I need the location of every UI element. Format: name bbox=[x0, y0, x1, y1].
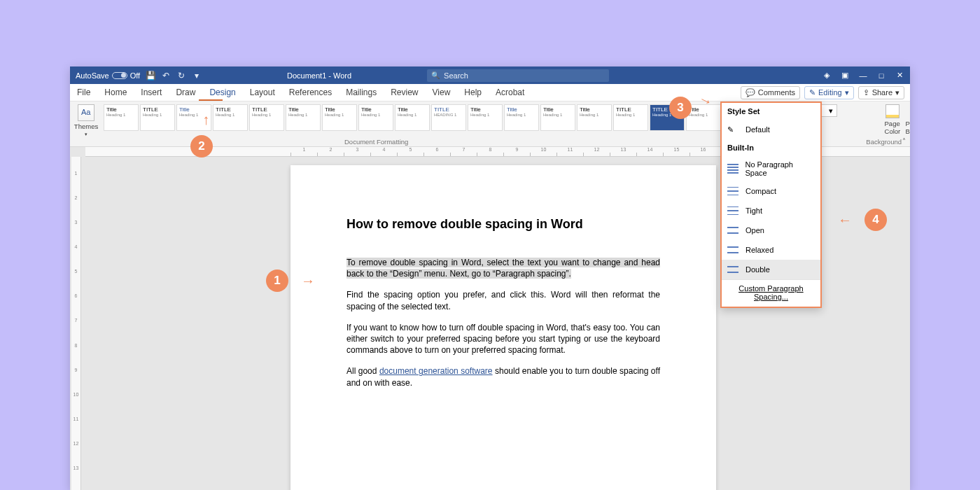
group-label: Document Formatting bbox=[344, 138, 408, 146]
style-thumb[interactable]: TitleHeading 1 bbox=[322, 104, 357, 131]
close-icon[interactable]: ✕ bbox=[895, 71, 904, 80]
spacing-option-open[interactable]: Open bbox=[722, 220, 820, 240]
arrow-right-icon: → bbox=[301, 273, 315, 289]
chevron-down-icon: ▾ bbox=[845, 88, 849, 97]
style-thumb[interactable]: TITLEHeading 1 bbox=[613, 104, 648, 131]
paragraph-spacing-menu: Style Set ✎Default Built-In No Paragraph… bbox=[720, 102, 822, 308]
callout-4: 4 bbox=[864, 209, 887, 231]
autosave-toggle[interactable]: AutoSave Off bbox=[76, 71, 140, 80]
style-thumb[interactable]: TitleHeading 1 bbox=[577, 104, 612, 131]
spacing-icon bbox=[727, 186, 738, 197]
style-thumb[interactable]: TitleHeading 1 bbox=[286, 104, 321, 131]
option-label: Default bbox=[746, 125, 770, 134]
page-color-label: Page Color bbox=[885, 120, 902, 135]
spacing-option-double[interactable]: Double bbox=[722, 260, 820, 279]
tab-acrobat[interactable]: Acrobat bbox=[489, 84, 531, 102]
custom-paragraph-spacing[interactable]: Custom Paragraph Spacing... bbox=[722, 279, 820, 305]
comments-button[interactable]: 💬Comments bbox=[741, 86, 800, 99]
tab-view[interactable]: View bbox=[426, 84, 458, 102]
themes-icon bbox=[78, 104, 94, 121]
style-thumb[interactable]: TitleHeading 1 bbox=[540, 104, 575, 131]
tab-help[interactable]: Help bbox=[457, 84, 489, 102]
page-color-icon bbox=[886, 104, 899, 118]
ribbon-tabs: File Home Insert Draw Design Layout Refe… bbox=[70, 84, 910, 102]
arrow-up-icon: → bbox=[197, 114, 214, 128]
style-thumb[interactable]: TITLEHeading 1 bbox=[249, 104, 284, 131]
body-paragraph: Find the spacing option you prefer, and … bbox=[346, 289, 660, 312]
spacing-icon bbox=[727, 264, 738, 275]
document-heading: How to remove double spacing in Word bbox=[346, 217, 660, 232]
document-page[interactable]: How to remove double spacing in Word To … bbox=[290, 165, 716, 490]
tab-references[interactable]: References bbox=[282, 84, 339, 102]
vertical-ruler[interactable]: 12345678910111213 bbox=[71, 157, 81, 490]
share-label: Share bbox=[872, 88, 892, 97]
menu-section-builtin: Built-In bbox=[722, 139, 820, 156]
tab-insert[interactable]: Insert bbox=[134, 84, 169, 102]
menu-section-styleset: Style Set bbox=[722, 103, 820, 120]
chevron-down-icon: ▾ bbox=[85, 132, 88, 137]
spacing-icon bbox=[727, 163, 738, 174]
spacing-option-default[interactable]: ✎Default bbox=[722, 120, 820, 139]
maximize-icon[interactable]: □ bbox=[876, 71, 886, 80]
search-box[interactable]: 🔍 bbox=[427, 69, 609, 82]
option-label: Compact bbox=[746, 187, 776, 195]
autosave-label: AutoSave bbox=[76, 71, 109, 80]
pencil-icon: ✎ bbox=[727, 124, 738, 135]
editing-button[interactable]: ✎Editing▾ bbox=[804, 86, 854, 99]
chevron-down-icon: ▾ bbox=[829, 106, 833, 115]
spacing-option-relaxed[interactable]: Relaxed bbox=[722, 240, 820, 260]
style-thumb[interactable]: TITLEHeading 1 bbox=[140, 104, 175, 131]
minimize-icon[interactable]: — bbox=[858, 71, 868, 80]
style-thumb[interactable]: TitleHeading 1 bbox=[104, 104, 139, 131]
hyperlink[interactable]: document generation software bbox=[379, 366, 493, 376]
style-thumb[interactable]: TITLEHeading 1 bbox=[213, 104, 248, 131]
share-button[interactable]: ⇪Share▾ bbox=[858, 86, 904, 99]
titlebar: AutoSave Off 💾 ↶ ↻ ▾ Document1 - Word 🔍 … bbox=[70, 66, 910, 84]
themes-button[interactable]: Themes ▾ bbox=[74, 104, 98, 137]
style-thumb[interactable]: TitleHeading 1 bbox=[468, 104, 503, 131]
callout-1: 1 bbox=[266, 270, 288, 292]
option-label: Double bbox=[746, 265, 770, 274]
tab-file[interactable]: File bbox=[70, 84, 97, 102]
chevron-down-icon: ▾ bbox=[895, 88, 899, 97]
tab-draw[interactable]: Draw bbox=[169, 84, 202, 102]
tab-review[interactable]: Review bbox=[384, 84, 425, 102]
comment-icon: 💬 bbox=[746, 88, 755, 97]
option-label: Open bbox=[746, 226, 764, 234]
tab-mailings[interactable]: Mailings bbox=[339, 84, 384, 102]
spacing-option-tight[interactable]: Tight bbox=[722, 201, 820, 220]
background-group-label: Background bbox=[866, 138, 902, 146]
page-color-button[interactable]: Page Color bbox=[885, 104, 902, 135]
qat-dropdown-icon[interactable]: ▾ bbox=[192, 71, 202, 80]
style-thumb[interactable]: TITLEHEADING 1 bbox=[431, 104, 466, 131]
spacing-option-no-paragraph-space[interactable]: No Paragraph Space bbox=[722, 156, 820, 181]
redo-icon[interactable]: ↻ bbox=[176, 71, 186, 80]
share-icon: ⇪ bbox=[863, 88, 869, 97]
tab-home[interactable]: Home bbox=[97, 84, 134, 102]
callout-2: 2 bbox=[190, 135, 213, 158]
arrow-left-icon: ← bbox=[838, 212, 852, 228]
pencil-icon: ✎ bbox=[809, 88, 816, 97]
comments-label: Comments bbox=[758, 88, 795, 97]
tab-design[interactable]: Design bbox=[202, 84, 242, 102]
body-paragraph: If you want to know how to turn off doub… bbox=[346, 322, 660, 356]
themes-group: Themes ▾ bbox=[70, 102, 102, 137]
option-label: No Paragraph Space bbox=[746, 160, 816, 177]
selected-text: To remove double spacing in Word, select… bbox=[346, 258, 660, 279]
spacing-option-compact[interactable]: Compact bbox=[722, 181, 820, 201]
tab-layout[interactable]: Layout bbox=[243, 84, 282, 102]
style-thumb[interactable]: TitleHeading 1 bbox=[395, 104, 430, 131]
document-formatting-gallery[interactable]: TitleHeading 1 TITLEHeading 1 TitleHeadi… bbox=[102, 102, 722, 131]
toggle-off-icon bbox=[112, 72, 127, 79]
collapse-ribbon-icon[interactable]: ˄ bbox=[902, 137, 906, 145]
editing-label: Editing bbox=[818, 88, 842, 97]
ribbon-display-icon[interactable]: ▣ bbox=[840, 71, 850, 80]
page-borders-button[interactable]: Page Borders bbox=[906, 104, 910, 135]
style-thumb[interactable]: TitleHeading 1 bbox=[504, 104, 539, 131]
diamond-icon[interactable]: ◈ bbox=[822, 71, 832, 80]
search-input[interactable] bbox=[444, 71, 605, 80]
save-icon[interactable]: 💾 bbox=[146, 71, 155, 80]
style-thumb[interactable]: TitleHeading 1 bbox=[358, 104, 393, 131]
document-title: Document1 - Word bbox=[287, 71, 351, 80]
undo-icon[interactable]: ↶ bbox=[161, 71, 171, 80]
